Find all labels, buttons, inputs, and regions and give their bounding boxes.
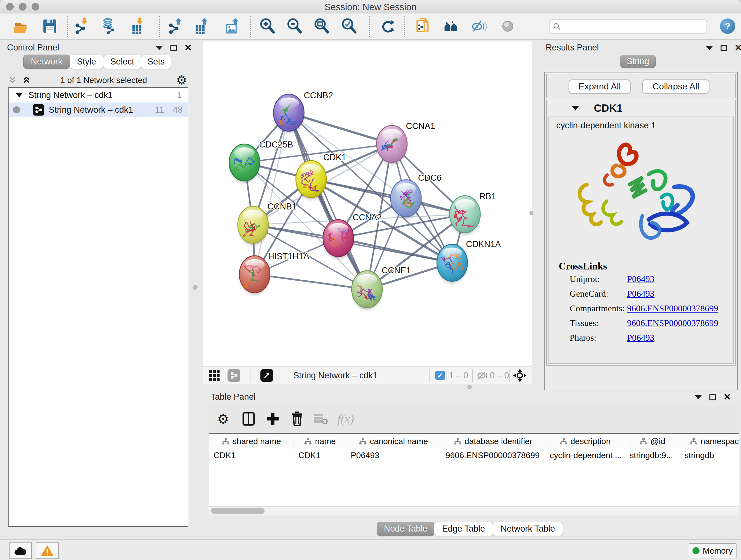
tab-sets[interactable]: Sets	[141, 55, 171, 69]
network-node-CCNB2[interactable]	[273, 94, 304, 131]
network-node-CDK1[interactable]	[296, 161, 327, 198]
apply-layout-button[interactable]	[379, 17, 396, 37]
export-image-button[interactable]	[224, 17, 242, 37]
delete-column-trash-icon[interactable]	[287, 409, 307, 429]
table-cell[interactable]: cyclin-dependent ...	[545, 449, 625, 461]
export-table-button[interactable]	[193, 17, 211, 37]
crosslink-link[interactable]: 9606.ENSP00000378699	[627, 303, 718, 317]
export-network-button[interactable]	[167, 17, 185, 37]
node-label-CDKN1A: CDKN1A	[466, 240, 501, 249]
import-network-from-database-button[interactable]	[101, 17, 119, 37]
double-house-button[interactable]	[442, 17, 460, 37]
panel-close-icon[interactable]: ✕	[735, 45, 741, 51]
expand-all-button[interactable]: Expand All	[569, 79, 630, 94]
eye-disabled-button[interactable]	[499, 17, 517, 37]
table-cell[interactable]: P06493	[346, 449, 441, 461]
tab-select[interactable]: Select	[103, 55, 141, 69]
crosslink-link[interactable]: P06493	[627, 333, 655, 347]
cdk1-section-header[interactable]: CDK1	[547, 100, 735, 116]
panel-menu-icon[interactable]	[706, 46, 713, 50]
table-settings-gear-icon[interactable]: ⚙	[213, 409, 233, 429]
save-session-button[interactable]	[41, 17, 59, 37]
column-header-namespace[interactable]: namespace	[680, 434, 739, 449]
network-collection-row[interactable]: String Network – cdk1 1	[9, 88, 188, 103]
document-share-button[interactable]	[414, 17, 432, 37]
vertical-splitter-handle[interactable]	[193, 285, 198, 290]
table-cell[interactable]: 9606.ENSP00000378699	[441, 449, 545, 461]
column-header-description[interactable]: description	[545, 434, 625, 449]
tab-style[interactable]: Style	[70, 55, 104, 69]
zoom-out-button[interactable]	[285, 17, 303, 37]
import-table-button[interactable]	[129, 17, 147, 37]
network-node-CDC6[interactable]	[391, 180, 421, 217]
panel-float-icon[interactable]	[721, 45, 727, 51]
tab-string[interactable]: String	[620, 55, 656, 68]
tab-network-table[interactable]: Network Table	[493, 522, 563, 536]
table-cell[interactable]: stringdb	[680, 449, 739, 461]
add-column-icon[interactable]	[263, 409, 283, 429]
table-cell[interactable]: stringdb:9...	[625, 449, 680, 461]
protein-structure-image	[568, 136, 709, 254]
tab-edge-table[interactable]: Edge Table	[434, 522, 493, 536]
birds-eye-view-icon[interactable]	[260, 367, 273, 384]
collapse-all-button[interactable]: Collapse All	[643, 79, 710, 94]
network-node-RB1[interactable]	[450, 196, 480, 233]
network-node-CCNE1[interactable]	[352, 271, 382, 308]
network-canvas[interactable]: CCNB2CCNA1CDC25BCDK1CDC6RB1CCNB1CCNA2HIS…	[203, 42, 532, 366]
center-view-icon[interactable]	[513, 367, 527, 384]
panel-float-icon[interactable]	[171, 45, 177, 51]
crosslink-link[interactable]: 9606.ENSP00000378699	[627, 318, 718, 332]
crosslink-link[interactable]: P06493	[627, 289, 655, 303]
table-cell[interactable]: CDK1	[209, 449, 294, 461]
hidden-eye-icon[interactable]	[476, 367, 488, 384]
memory-button[interactable]: Memory	[689, 543, 737, 558]
help-button[interactable]: ?	[720, 18, 735, 34]
network-node-CCNA2[interactable]	[323, 220, 354, 257]
scrollbar-thumb[interactable]	[211, 508, 265, 514]
grid-view-icon[interactable]	[208, 367, 220, 384]
column-header--id[interactable]: @id	[625, 434, 680, 449]
column-header-database-identifier[interactable]: database identifier	[441, 434, 545, 449]
tab-node-table[interactable]: Node Table	[377, 522, 434, 536]
table-row[interactable]: CDK1CDK1P064939606.ENSP00000378699cyclin…	[209, 449, 739, 461]
zoom-in-button[interactable]	[258, 17, 276, 37]
open-session-button[interactable]	[12, 17, 30, 37]
column-header-canonical-name[interactable]: canonical name	[346, 434, 441, 449]
network-node-CCNA1[interactable]	[377, 125, 407, 163]
panel-close-icon[interactable]: ✕	[185, 45, 192, 51]
network-node-CDC25B[interactable]	[229, 144, 260, 181]
collapse-all-icon[interactable]	[8, 75, 17, 85]
main-toolbar: ?	[0, 13, 741, 40]
panel-menu-icon[interactable]	[695, 395, 702, 399]
eye-wave-button[interactable]	[470, 17, 488, 37]
table-horizontal-scrollbar[interactable]	[209, 506, 739, 515]
network-node-HIST1H1A[interactable]	[239, 256, 270, 293]
panel-close-icon[interactable]: ✕	[724, 394, 731, 400]
share-view-icon[interactable]	[227, 367, 240, 384]
horizontal-splitter-handle[interactable]	[468, 385, 472, 389]
zoom-selected-button[interactable]	[340, 17, 358, 37]
network-node-CDKN1A[interactable]	[437, 244, 468, 281]
network-node-CCNB1[interactable]	[238, 206, 268, 243]
warning-button[interactable]	[36, 543, 59, 559]
collection-count: 1	[177, 90, 182, 100]
search-input[interactable]	[549, 19, 707, 34]
fit-content-button[interactable]	[313, 17, 330, 37]
tree-expander-icon[interactable]	[16, 93, 23, 98]
table-cell[interactable]: CDK1	[294, 449, 346, 461]
gear-icon[interactable]: ⚙	[176, 74, 187, 86]
crosslink-link[interactable]: P06493	[627, 274, 655, 288]
panel-menu-icon[interactable]	[156, 46, 163, 50]
select-columns-icon[interactable]	[239, 409, 259, 429]
panel-float-icon[interactable]	[710, 394, 716, 400]
expand-all-icon[interactable]	[22, 75, 31, 85]
cloud-button[interactable]	[9, 543, 32, 559]
import-network-button[interactable]	[74, 17, 91, 37]
tab-network[interactable]: Network	[23, 55, 70, 69]
network-row[interactable]: String Network – cdk1 11 48	[9, 103, 188, 117]
section-expander-icon[interactable]	[571, 106, 579, 111]
column-header-shared-name[interactable]: shared name	[209, 434, 294, 449]
function-builder-icon-disabled: f(x)	[335, 409, 356, 429]
selected-checkbox[interactable]: ✓	[435, 367, 445, 384]
column-header-name[interactable]: name	[294, 434, 346, 449]
